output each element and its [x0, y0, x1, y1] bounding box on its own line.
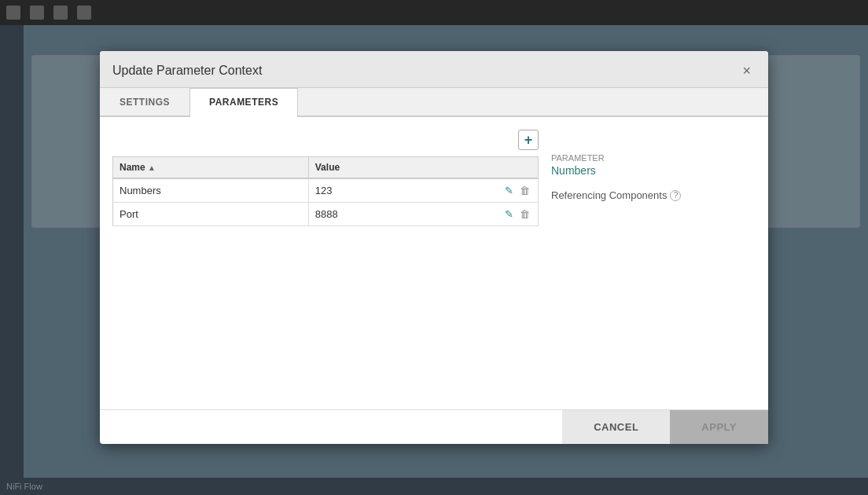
table-panel: + Name ▲ Value: [112, 130, 539, 397]
tab-settings[interactable]: SETTINGS: [100, 88, 189, 116]
param-value-cell: 123 ✎ 🗑: [308, 178, 538, 203]
tab-parameters[interactable]: PARAMETERS: [189, 88, 298, 117]
delete-row-1-button[interactable]: 🗑: [518, 207, 531, 221]
modal-title: Update Parameter Context: [112, 64, 262, 78]
table-row[interactable]: Port 8888 ✎ 🗑: [113, 203, 539, 226]
detail-selected-name: Numbers: [551, 164, 756, 177]
row-actions: ✎ 🗑: [503, 184, 531, 197]
detail-panel: Parameter Numbers Referencing Components…: [551, 130, 756, 397]
param-name-cell: Numbers: [113, 178, 309, 203]
param-value-cell: 8888 ✎ 🗑: [308, 203, 538, 226]
parameters-table: Name ▲ Value Numbers: [112, 156, 539, 226]
param-name-cell: Port: [113, 203, 309, 226]
modal-body: + Name ▲ Value: [100, 117, 768, 409]
add-parameter-button[interactable]: +: [518, 130, 539, 150]
delete-row-0-button[interactable]: 🗑: [518, 184, 531, 197]
modal-tabs: SETTINGS PARAMETERS: [100, 88, 768, 117]
col-header-name: Name ▲: [113, 157, 309, 179]
sort-arrow-name: ▲: [148, 163, 156, 172]
referencing-components-label: Referencing Components ?: [551, 189, 756, 201]
update-parameter-context-modal: Update Parameter Context × SETTINGS PARA…: [100, 51, 768, 444]
cancel-button[interactable]: CANCEL: [562, 410, 670, 444]
help-icon[interactable]: ?: [670, 190, 681, 201]
apply-button[interactable]: APPLY: [670, 410, 768, 444]
modal-header: Update Parameter Context ×: [100, 51, 768, 88]
row-actions: ✎ 🗑: [503, 207, 531, 221]
modal-close-button[interactable]: ×: [737, 62, 756, 79]
edit-row-1-button[interactable]: ✎: [503, 207, 515, 221]
table-row[interactable]: Numbers 123 ✎ 🗑: [113, 178, 539, 203]
col-header-value: Value: [308, 157, 538, 179]
modal-footer: CANCEL APPLY: [100, 409, 768, 444]
edit-row-0-button[interactable]: ✎: [503, 184, 515, 197]
table-header-row: Name ▲ Value: [113, 157, 539, 179]
detail-type-label: Parameter: [551, 153, 756, 163]
